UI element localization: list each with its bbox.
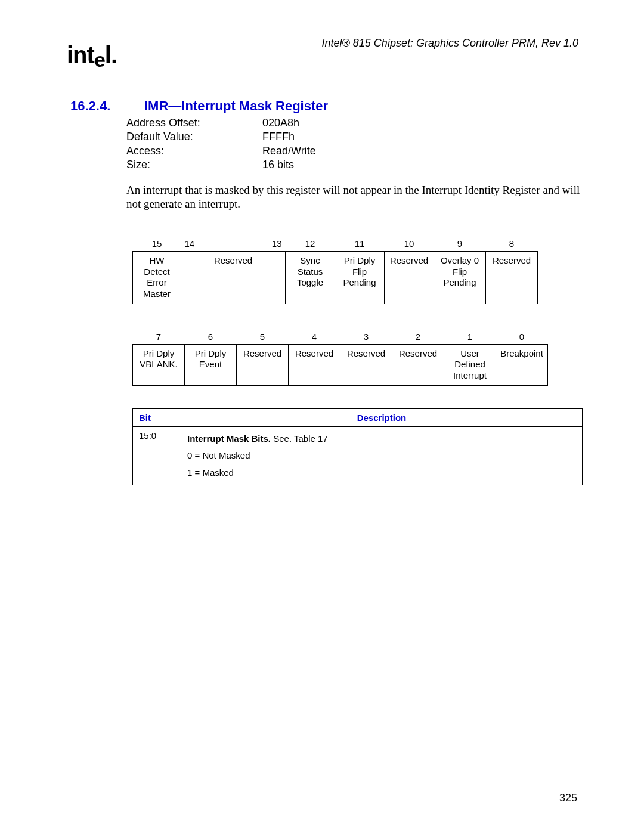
body-paragraph: An interrupt that is masked by this regi… <box>126 183 586 212</box>
bit-number: 8 <box>486 235 538 251</box>
logo-text-1: int <box>67 42 94 68</box>
bit-number-row: 7 6 5 4 3 2 1 0 <box>133 328 548 344</box>
col-header-bit: Bit <box>133 408 181 426</box>
logo-text-3: l. <box>105 42 117 68</box>
reg-prop-label: Size: <box>126 158 262 172</box>
bitfield-table-high: 15 14 13 12 11 10 9 8 HWDetectErrorMaste… <box>132 235 538 304</box>
bit-number-row: 15 14 13 12 11 10 9 8 <box>133 235 538 251</box>
page-number: 325 <box>559 792 577 804</box>
bit-number: 6 <box>185 328 237 344</box>
bit-cell: SyncStatusToggle <box>286 251 335 304</box>
reg-prop-label: Address Offset: <box>126 116 262 130</box>
bit-name-row: Pri DplyVBLANK. Pri DplyEvent Reserved R… <box>133 344 548 385</box>
bit-number: 7 <box>133 328 185 344</box>
desc-bold: Interrupt Mask Bits. <box>187 433 271 444</box>
desc-line: 0 = Not Masked <box>187 450 250 460</box>
reg-prop-row: Address Offset: 020A8h <box>126 116 578 130</box>
reg-prop-value: FFFFh <box>262 130 295 144</box>
reg-prop-label: Default Value: <box>126 130 262 144</box>
section-heading: 16.2.4. IMR—Interrupt Mask Register <box>67 98 578 114</box>
bit-cell: Reserved <box>486 251 538 304</box>
running-header: Intel® 815 Chipset: Graphics Controller … <box>322 37 578 49</box>
logo-text-2: e <box>94 48 105 71</box>
section-title: IMR—Interrupt Mask Register <box>144 98 328 114</box>
bit-description: Interrupt Mask Bits. See. Table 17 0 = N… <box>181 426 583 485</box>
bit-cell: Pri DplyFlipPending <box>335 251 385 304</box>
bit-cell: Reserved <box>181 251 286 304</box>
bit-number: 10 <box>385 235 434 251</box>
bit-cell: Breakpoint <box>496 344 548 385</box>
bit-number: 9 <box>434 235 486 251</box>
col-header-description: Description <box>181 408 583 426</box>
desc-line: 1 = Masked <box>187 467 234 478</box>
bit-number: 5 <box>237 328 289 344</box>
bit-cell: Pri DplyVBLANK. <box>133 344 185 385</box>
table-header-row: Bit Description <box>133 408 583 426</box>
reg-prop-row: Default Value: FFFFh <box>126 130 578 144</box>
bit-number: 15 <box>133 235 181 251</box>
bit-cell: Reserved <box>392 344 444 385</box>
bit-number: 4 <box>289 328 340 344</box>
bit-number: 3 <box>340 328 392 344</box>
bit-cell: HWDetectErrorMaster <box>133 251 181 304</box>
bit-number: 11 <box>335 235 385 251</box>
table-row: 15:0 Interrupt Mask Bits. See. Table 17 … <box>133 426 583 485</box>
reg-prop-value: 020A8h <box>262 116 299 130</box>
reg-prop-row: Access: Read/Write <box>126 144 578 158</box>
reg-prop-row: Size: 16 bits <box>126 158 578 172</box>
bitfield-table-low: 7 6 5 4 3 2 1 0 Pri DplyVBLANK. Pri Dply… <box>132 328 548 386</box>
section-number: 16.2.4. <box>70 98 137 114</box>
desc-rest: See. Table 17 <box>271 433 328 444</box>
bit-cell: UserDefinedInterrupt <box>444 344 496 385</box>
bit-number: 2 <box>392 328 444 344</box>
bit-cell: Reserved <box>289 344 340 385</box>
bit-cell: Pri DplyEvent <box>185 344 237 385</box>
reg-prop-value: Read/Write <box>262 144 316 158</box>
bit-cell: Reserved <box>237 344 289 385</box>
reg-prop-label: Access: <box>126 144 262 158</box>
intel-logo: intel. <box>67 42 117 69</box>
bit-number: 14 <box>181 235 234 251</box>
bit-cell: Reserved <box>340 344 392 385</box>
page: Intel® 815 Chipset: Graphics Controller … <box>0 0 644 833</box>
bit-number: 13 <box>233 235 286 251</box>
bit-range: 15:0 <box>133 426 181 485</box>
bit-cell: Reserved <box>385 251 434 304</box>
bit-number: 0 <box>496 328 548 344</box>
bit-cell: Overlay 0FlipPending <box>434 251 486 304</box>
description-table: Bit Description 15:0 Interrupt Mask Bits… <box>132 408 583 486</box>
bit-number: 12 <box>286 235 335 251</box>
bit-name-row: HWDetectErrorMaster Reserved SyncStatusT… <box>133 251 538 304</box>
bit-number: 1 <box>444 328 496 344</box>
register-properties: Address Offset: 020A8h Default Value: FF… <box>126 116 578 172</box>
reg-prop-value: 16 bits <box>262 158 294 172</box>
